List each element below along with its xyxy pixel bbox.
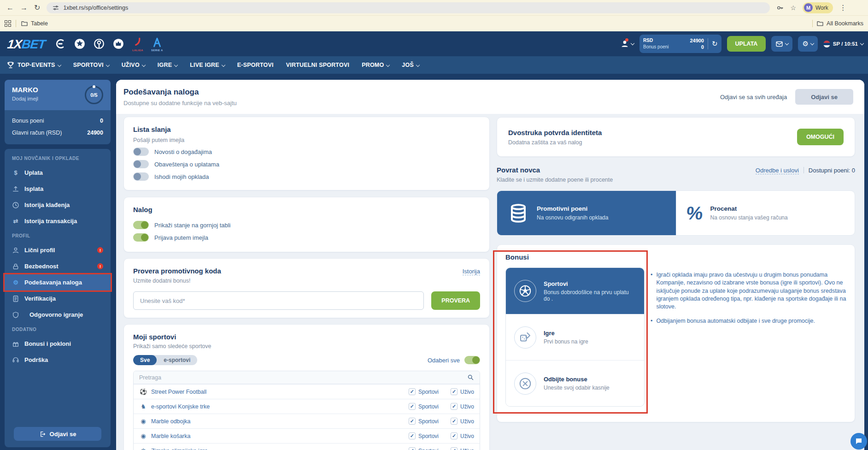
chat-support-button[interactable] bbox=[850, 433, 867, 450]
bookmark-folder-tabele[interactable]: Tabele bbox=[21, 20, 48, 27]
add-email-link[interactable]: Dodaj imejl bbox=[12, 96, 38, 101]
promo-check-button[interactable]: PROVERA bbox=[431, 291, 480, 310]
toggle-row: Prijava putem imejla bbox=[133, 233, 480, 242]
logout-all-devices[interactable]: Odjavi se sa svih uređaja bbox=[720, 94, 787, 101]
sports-list: Pretraga ⚽ Street Power Football Sportov… bbox=[133, 371, 480, 450]
europa-league-icon[interactable] bbox=[93, 38, 105, 50]
bookmark-star-icon[interactable]: ☆ bbox=[790, 4, 796, 12]
trophy-icon bbox=[6, 61, 15, 69]
nav-virtuelni-sportovi[interactable]: VIRTUELNI SPORTOVI bbox=[286, 62, 349, 68]
id-document-icon bbox=[12, 295, 19, 302]
browser-menu-icon[interactable]: ⋮ bbox=[839, 3, 847, 12]
sidebar-item-podesavanja-naloga[interactable]: ⚙ Podešavanja naloga bbox=[5, 274, 111, 290]
nav-igre[interactable]: IGRE bbox=[158, 62, 177, 68]
nav-sportovi[interactable]: SPORTOVI bbox=[73, 62, 109, 68]
toggle-row: Prikaži stanje na gornjoj tabli bbox=[133, 221, 480, 229]
bonus-terms-notes: •Igrači opklada imaju pravo da učestvuju… bbox=[651, 271, 850, 332]
promo-history-link[interactable]: Istorija bbox=[463, 268, 480, 275]
promo-code-card: Provera promotivnog koda Uzmite dodatni … bbox=[123, 258, 490, 318]
serie-a-icon[interactable]: SERIE A bbox=[151, 36, 163, 52]
nav-e-sportovi[interactable]: E-SPORTOVI bbox=[237, 62, 274, 68]
nav-uzivo[interactable]: UŽIVO bbox=[122, 62, 145, 68]
account-menu-button[interactable] bbox=[620, 39, 634, 48]
checkbox-sportovi[interactable] bbox=[409, 418, 416, 425]
password-key-icon[interactable] bbox=[776, 4, 784, 12]
logout-button[interactable]: Odjavi se bbox=[795, 89, 853, 105]
settings-button[interactable]: ⚙ bbox=[798, 36, 817, 52]
reload-icon[interactable]: ↻ bbox=[34, 3, 40, 12]
mailing-list-card: Lista slanja Pošalji putem imejla Novost… bbox=[123, 117, 490, 190]
gift-icon bbox=[12, 340, 19, 348]
all-bookmarks[interactable]: All Bookmarks bbox=[816, 20, 863, 27]
tab-e-sportovi[interactable]: e-sportovi bbox=[157, 355, 197, 365]
sidebar-item-bonusi-i-pokloni[interactable]: Bonusi i pokloni bbox=[5, 336, 111, 352]
toggle-prijava-imejl[interactable] bbox=[133, 233, 149, 242]
checkbox-uzivo[interactable] bbox=[451, 388, 457, 395]
main-account-row: Glavni račun (RSD) 24900 bbox=[12, 127, 103, 139]
checkbox-sportovi[interactable] bbox=[409, 403, 416, 410]
champions-league-icon[interactable] bbox=[74, 38, 86, 50]
two-factor-card: Dvostruka potvrda identiteta Dodatna zaš… bbox=[497, 117, 855, 157]
1xbet-logo[interactable]: 1XBET bbox=[6, 37, 46, 52]
sports-search[interactable]: Pretraga bbox=[134, 371, 480, 384]
promo-code-input[interactable] bbox=[133, 291, 424, 310]
toggle-obavestenja[interactable] bbox=[133, 160, 149, 168]
language-time-selector[interactable]: SP / 10:51 bbox=[823, 41, 863, 47]
profile-progress-ring[interactable]: 0/5 bbox=[85, 86, 103, 104]
toggle-row: Ishodi mojih opklada bbox=[133, 172, 480, 181]
select-all-toggle[interactable] bbox=[464, 356, 480, 364]
sidebar-item-istorija-kladjenja[interactable]: Istorija klađenja bbox=[5, 197, 111, 213]
checkbox-uzivo[interactable] bbox=[451, 432, 457, 439]
laliga-icon[interactable]: LALIGA bbox=[132, 36, 144, 52]
cashback-option-promo-points[interactable]: Promotivni poeni Na osnovu odigranih opk… bbox=[497, 191, 676, 235]
site-settings-icon[interactable] bbox=[52, 4, 59, 12]
wallet-balance[interactable]: RSD24900 Bonus poeni0 ↻ bbox=[639, 35, 721, 53]
cashback-option-percent[interactable]: % Procenat Na osnovu stanja vašeg računa bbox=[676, 191, 855, 235]
coins-icon bbox=[507, 202, 529, 224]
league-shortcuts: LALIGA SERIE A bbox=[54, 35, 163, 53]
enable-2fa-button[interactable]: OMOGUĆI bbox=[797, 129, 844, 145]
bonus-option-odbij[interactable]: Odbijte bonuse Unesite svoj odabir kasni… bbox=[506, 360, 644, 406]
euroleague-icon[interactable] bbox=[54, 38, 66, 50]
sidebar-item-isplata[interactable]: Isplata bbox=[5, 181, 111, 197]
address-bar[interactable]: 1xbet.rs/sp/office/settings bbox=[47, 2, 770, 13]
bonuses-title: Bonusi bbox=[505, 253, 846, 261]
checkbox-uzivo[interactable] bbox=[451, 418, 457, 425]
premier-league-icon[interactable] bbox=[112, 38, 124, 50]
lock-icon bbox=[12, 263, 19, 270]
sidebar-item-licni-profil[interactable]: Lični profil ! bbox=[5, 242, 111, 258]
sidebar-item-bezbednost[interactable]: Bezbednost ! bbox=[5, 258, 111, 274]
messages-button[interactable] bbox=[771, 36, 792, 52]
checkbox-sportovi[interactable] bbox=[409, 432, 416, 439]
sidebar-item-uplata[interactable]: $ Uplata bbox=[5, 165, 111, 181]
sidebar-logout-button[interactable]: Odjavi se bbox=[14, 427, 101, 441]
deposit-button[interactable]: UPLATA bbox=[727, 36, 766, 52]
bonus-option-igre[interactable]: Igre Prvi bonus na igre bbox=[506, 314, 644, 360]
horse-racing-icon: ♞ bbox=[139, 403, 147, 410]
sidebar-item-odgovorno-igranje[interactable]: Odgovorno igranje bbox=[5, 307, 111, 323]
sidebar-item-verifikacija[interactable]: Verifikacija bbox=[5, 290, 111, 307]
sidebar-item-podrska[interactable]: Podrška bbox=[5, 352, 111, 368]
checkbox-uzivo[interactable] bbox=[451, 403, 457, 410]
nav-jos[interactable]: JOŠ bbox=[402, 62, 419, 68]
checkbox-sportovi[interactable] bbox=[409, 447, 416, 450]
forward-icon[interactable]: → bbox=[20, 4, 28, 12]
apps-grid-icon[interactable] bbox=[5, 20, 11, 27]
toggle-prikazi-stanje[interactable] bbox=[133, 221, 149, 229]
back-icon[interactable]: ← bbox=[6, 4, 14, 12]
nav-live-igre[interactable]: LIVE IGRE bbox=[190, 62, 225, 68]
nav-top-events[interactable]: TOP-EVENTS bbox=[6, 61, 61, 69]
refresh-balance-icon[interactable]: ↻ bbox=[712, 40, 718, 48]
bonus-option-sportovi[interactable]: Sportovi Bonus dobrodošlice na prvu upla… bbox=[506, 268, 644, 314]
toggle-ishodi[interactable] bbox=[133, 172, 149, 181]
nav-promo[interactable]: PROMO bbox=[362, 62, 389, 68]
sidebar-item-istorija-transakcija[interactable]: ⇄ Istorija transakcija bbox=[5, 213, 111, 229]
checkbox-uzivo[interactable] bbox=[451, 447, 457, 450]
terms-link[interactable]: Odredbe i uslovi bbox=[756, 167, 799, 174]
browser-profile[interactable]: M Work bbox=[803, 2, 833, 13]
logout-icon bbox=[39, 431, 46, 438]
toggle-novosti[interactable] bbox=[133, 148, 149, 156]
checkbox-sportovi[interactable] bbox=[409, 388, 416, 395]
tab-sve[interactable]: Sve bbox=[133, 355, 157, 365]
page-title: Podešavanja naloga bbox=[123, 88, 237, 97]
